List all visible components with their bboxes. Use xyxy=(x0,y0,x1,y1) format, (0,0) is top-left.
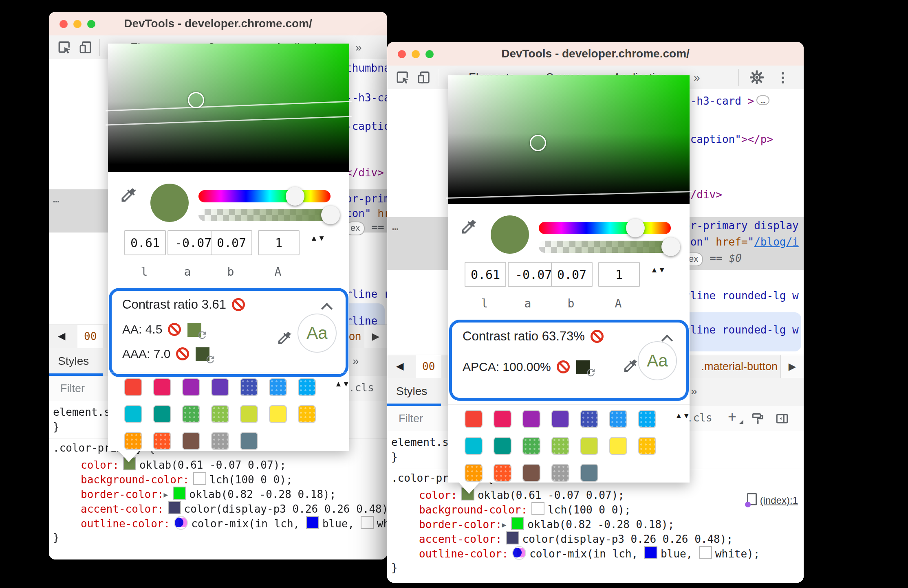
eyedropper-icon[interactable] xyxy=(460,218,478,237)
palette-swatch[interactable] xyxy=(494,437,511,455)
ellipsis-badge[interactable]: … xyxy=(756,95,769,105)
palette-swatch[interactable] xyxy=(153,405,171,423)
palette-swatch[interactable] xyxy=(551,410,569,428)
hue-slider[interactable] xyxy=(198,190,331,202)
inspect-icon[interactable] xyxy=(57,40,72,56)
palette-swatch[interactable] xyxy=(580,410,598,428)
current-color-swatch[interactable] xyxy=(150,184,189,222)
alpha-slider[interactable] xyxy=(198,209,331,221)
palette-swatch[interactable] xyxy=(211,405,229,423)
alpha-handle[interactable] xyxy=(321,206,340,224)
breadcrumb-crumb-selected[interactable]: .material-button xyxy=(701,355,778,378)
palette-swatch[interactable] xyxy=(465,410,483,428)
palette-swatch[interactable] xyxy=(609,437,627,455)
palette-swatch[interactable] xyxy=(211,378,229,396)
palette-swatch[interactable] xyxy=(269,405,287,423)
href-link[interactable]: /blog/i xyxy=(754,236,799,248)
zoom-button[interactable] xyxy=(87,20,95,28)
css-property[interactable]: background-color:lch(100 0 0); xyxy=(419,502,631,517)
palette-swatch[interactable] xyxy=(240,405,258,423)
zoom-button[interactable] xyxy=(425,50,434,58)
palette-swatch[interactable] xyxy=(580,464,598,482)
devtools-window-front[interactable]: DevTools - developer.chrome.com/ Element… xyxy=(387,42,804,583)
shade-selector[interactable] xyxy=(530,135,546,151)
hue-handle[interactable] xyxy=(286,187,304,206)
source-link[interactable]: (index):1 xyxy=(747,493,798,506)
dom-badges[interactable]: ex== xyxy=(346,220,384,235)
shade-gradient[interactable] xyxy=(448,75,690,204)
more-tabs-icon[interactable]: » xyxy=(694,71,700,84)
dom-line[interactable]: --h3-card >… xyxy=(684,94,769,108)
titlebar[interactable]: DevTools - developer.chrome.com/ xyxy=(49,12,387,36)
dom-line[interactable]: rline rounded-lg w xyxy=(684,289,799,303)
shade-selector[interactable] xyxy=(188,92,204,108)
color-mix-icon[interactable] xyxy=(512,546,526,560)
css-property[interactable]: outline-color:color-mix(in lch, blue, wh… xyxy=(419,546,760,561)
palette-swatch[interactable] xyxy=(465,437,483,455)
dom-ellipsis[interactable]: … xyxy=(392,219,399,233)
palette-swatch[interactable] xyxy=(551,437,569,455)
palette-swatch[interactable] xyxy=(298,378,316,396)
a-field[interactable] xyxy=(167,230,215,255)
palette-swatch[interactable] xyxy=(465,464,483,482)
color-swatch[interactable] xyxy=(699,546,712,559)
expand-icon[interactable]: ▶ xyxy=(164,490,168,499)
dom-line[interactable]: </div> xyxy=(346,166,384,180)
palette-swatch[interactable] xyxy=(153,378,171,396)
palette-swatch[interactable] xyxy=(522,410,540,428)
cls-button[interactable]: .cls xyxy=(687,412,712,424)
palette-swatch[interactable] xyxy=(124,378,142,396)
palette-swatch[interactable] xyxy=(269,378,287,396)
cls-button[interactable]: .cls xyxy=(348,382,374,394)
palette-swatch[interactable] xyxy=(240,378,258,396)
alpha-handle[interactable] xyxy=(661,237,680,256)
aa-color-swatch[interactable] xyxy=(187,323,201,337)
titlebar[interactable]: DevTools - developer.chrome.com/ xyxy=(387,42,804,66)
palette-stepper[interactable]: ▲▼ xyxy=(335,381,350,387)
breadcrumb-forward-icon[interactable]: ▶ xyxy=(780,355,804,378)
color-swatch[interactable] xyxy=(306,516,319,529)
css-property[interactable]: accent-color:color(display-p3 0.26 0.26 … xyxy=(81,501,387,516)
palette-swatch[interactable] xyxy=(609,410,627,428)
palette-swatch[interactable] xyxy=(182,378,200,396)
css-property[interactable]: background-color:lch(100 0 0); xyxy=(81,472,293,487)
aa-preview-badge[interactable]: Aa xyxy=(638,341,677,380)
sidebar-more-icon[interactable]: » xyxy=(691,385,697,398)
palette-swatch[interactable] xyxy=(240,432,258,450)
dom-line[interactable]: -captio xyxy=(346,119,387,133)
palette-swatch[interactable] xyxy=(124,405,142,423)
l-field[interactable] xyxy=(465,262,506,287)
css-property[interactable]: border-color:▶oklab(0.82 -0.28 0.18); xyxy=(419,517,674,532)
color-mix-icon[interactable] xyxy=(174,516,188,530)
palette-swatch[interactable] xyxy=(580,437,598,455)
breadcrumb-back-icon[interactable]: ◀ xyxy=(396,360,403,372)
css-property[interactable]: outline-color:color-mix(in lch, blue, wh… xyxy=(81,516,387,531)
dom-line[interactable]: </div> xyxy=(684,188,722,202)
css-property[interactable]: border-color:▶oklab(0.82 -0.28 0.18); xyxy=(81,487,336,502)
color-swatch[interactable] xyxy=(193,472,206,485)
inspect-icon[interactable] xyxy=(395,70,410,86)
palette-swatch[interactable] xyxy=(298,405,316,423)
aa-preview-badge[interactable]: Aa xyxy=(298,314,337,353)
color-swatch[interactable] xyxy=(168,501,181,514)
b-field[interactable] xyxy=(551,262,593,287)
palette-swatch[interactable] xyxy=(124,432,142,450)
palette-swatch[interactable] xyxy=(494,410,511,428)
palette-swatch[interactable] xyxy=(153,432,171,450)
breadcrumb-crumb[interactable]: 00 xyxy=(77,325,103,349)
b-field[interactable] xyxy=(211,230,252,255)
eyedropper-icon[interactable] xyxy=(119,186,137,206)
devtools-window-back[interactable]: DevTools - developer.chrome.com/ Element… xyxy=(49,12,387,559)
color-swatch[interactable] xyxy=(173,487,186,500)
color-swatch[interactable] xyxy=(511,517,524,530)
color-swatch[interactable] xyxy=(506,531,519,544)
dom-ellipsis[interactable]: … xyxy=(53,192,60,206)
close-button[interactable] xyxy=(60,20,68,28)
dom-line[interactable]: rline r xyxy=(346,287,387,301)
palette-swatch[interactable] xyxy=(551,464,569,482)
device-toolbar-icon[interactable] xyxy=(78,40,93,56)
dom-line[interactable]: or-prim xyxy=(346,192,387,206)
color-swatch[interactable] xyxy=(644,546,657,559)
color-swatch[interactable] xyxy=(361,516,374,529)
dom-line[interactable]: rline rounded-lg w xyxy=(684,323,799,337)
